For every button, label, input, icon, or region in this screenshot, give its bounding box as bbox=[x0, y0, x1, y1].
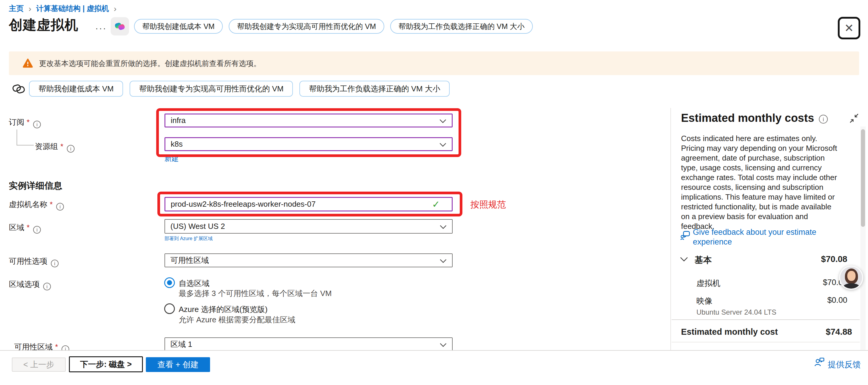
cost-panel-divider bbox=[672, 319, 860, 320]
required-asterisk: * bbox=[60, 142, 63, 151]
create-new-resource-group-link[interactable]: 新建 bbox=[164, 154, 179, 163]
next-disks-button[interactable]: 下一步: 磁盘 > bbox=[69, 356, 143, 372]
required-asterisk: * bbox=[27, 118, 30, 127]
estimate-feedback-link[interactable]: Give feedback about your estimate experi… bbox=[693, 227, 835, 247]
edge-zone-link[interactable]: 部署到 Azure 扩展区域 bbox=[164, 236, 213, 242]
scrollbar-thumb[interactable] bbox=[861, 129, 865, 227]
provide-feedback-icon bbox=[813, 357, 826, 368]
panel-divider bbox=[671, 108, 671, 350]
chevron-down-icon bbox=[440, 340, 447, 349]
suggestion-low-cost-vm-2[interactable]: 帮助我创建低成本 VM bbox=[29, 81, 123, 97]
previous-button[interactable]: < 上一步 bbox=[12, 357, 66, 372]
zone-option2-desc: 允许 Azure 根据需要分配最佳区域 bbox=[179, 315, 295, 325]
breadcrumb-section-link[interactable]: 计算基础结构 | 虚拟机 bbox=[36, 4, 109, 12]
chevron-down-icon bbox=[439, 139, 446, 149]
cost-panel-bottom-divider bbox=[672, 342, 860, 343]
radio-azure-selected-zones[interactable] bbox=[164, 303, 175, 314]
required-asterisk: * bbox=[27, 223, 30, 232]
chevron-down-icon bbox=[440, 256, 447, 265]
vm-name-label: 虚拟机名称*i bbox=[9, 199, 64, 211]
info-icon[interactable]: i bbox=[33, 226, 41, 234]
availability-zone-dropdown[interactable]: 区域 1 bbox=[164, 338, 453, 351]
region-label: 区域*i bbox=[9, 222, 41, 234]
cost-panel-description: Costs indicated here are estimates only.… bbox=[681, 134, 837, 231]
breadcrumb: 主页 › 计算基础结构 | 虚拟机 › bbox=[9, 4, 120, 13]
chevron-down-icon bbox=[440, 222, 447, 231]
radio-self-selected-zones[interactable] bbox=[164, 277, 175, 288]
chevron-right-icon: › bbox=[28, 4, 31, 13]
cost-panel-header: Estimated monthly costs i bbox=[681, 112, 828, 125]
region-dropdown[interactable]: (US) West US 2 bbox=[164, 219, 453, 234]
chevron-down-icon bbox=[439, 116, 446, 125]
region-value: (US) West US 2 bbox=[170, 222, 225, 231]
tree-connector-line bbox=[17, 130, 34, 146]
copilot-icon bbox=[114, 21, 126, 32]
warning-icon bbox=[23, 58, 33, 68]
avatar-body bbox=[843, 283, 860, 290]
vm-name-value: prod-usw2-k8s-freeleaps-worker-nodes-07 bbox=[171, 200, 316, 209]
info-icon[interactable]: i bbox=[819, 115, 828, 124]
annotation-note: 按照规范 bbox=[470, 199, 506, 211]
required-asterisk: * bbox=[50, 200, 53, 209]
presenter-avatar bbox=[839, 265, 863, 290]
cost-item-vm-name: 虚拟机 bbox=[696, 278, 720, 289]
copilot-button[interactable] bbox=[111, 17, 129, 35]
availability-options-dropdown[interactable]: 可用性区域 bbox=[164, 253, 453, 267]
resource-group-label: 资源组*i bbox=[35, 141, 74, 153]
page-title: 创建虚拟机 bbox=[9, 16, 79, 34]
availability-options-label: 可用性选项i bbox=[9, 256, 59, 267]
review-create-button[interactable]: 查看 + 创建 bbox=[146, 357, 210, 372]
total-cost-value: $74.88 bbox=[775, 327, 852, 337]
avatar-face bbox=[847, 271, 856, 281]
provide-feedback-link[interactable]: 提供反馈 bbox=[828, 359, 861, 370]
zone-option1-label[interactable]: 自选区域 bbox=[179, 278, 210, 289]
close-button[interactable]: ✕ bbox=[838, 17, 860, 39]
zone-option1-desc: 最多选择 3 个可用性区域，每个区域一台 VM bbox=[179, 288, 332, 299]
zone-option2-label[interactable]: Azure 选择的区域(预览版) bbox=[179, 304, 268, 315]
cost-item-image-sub: Ubuntu Server 24.04 LTS bbox=[696, 308, 776, 316]
close-icon: ✕ bbox=[844, 23, 854, 34]
subscription-dropdown[interactable]: infra bbox=[164, 114, 453, 127]
info-icon[interactable]: i bbox=[33, 121, 41, 128]
cost-group-name: 基本 bbox=[695, 254, 712, 266]
resource-group-dropdown[interactable]: k8s bbox=[164, 137, 453, 151]
warning-banner: 更改基本选项可能会重置所做的选择。创建虚拟机前查看所有选项。 bbox=[9, 52, 859, 75]
resource-group-value: k8s bbox=[171, 139, 183, 149]
suggestion-high-availability-vm[interactable]: 帮助我创建专为实现高可用性而优化的 VM bbox=[229, 19, 384, 34]
cost-group-value: $70.08 bbox=[769, 254, 847, 264]
total-cost-label: Estimated monthly cost bbox=[681, 327, 778, 337]
suggestion-right-vm-size-2[interactable]: 帮助我为工作负载选择正确的 VM 大小 bbox=[300, 81, 450, 97]
availability-zone-value: 区域 1 bbox=[170, 339, 192, 350]
cost-item-image-name: 映像 bbox=[696, 296, 712, 306]
breadcrumb-home-link[interactable]: 主页 bbox=[9, 4, 24, 12]
suggestion-high-availability-vm-2[interactable]: 帮助我创建专为实现高可用性而优化的 VM bbox=[130, 81, 293, 97]
info-icon[interactable]: i bbox=[43, 283, 51, 290]
vm-name-input[interactable]: prod-usw2-k8s-freeleaps-worker-nodes-07 … bbox=[164, 197, 453, 212]
info-icon[interactable]: i bbox=[51, 260, 59, 267]
suggestion-right-vm-size[interactable]: 帮助我为工作负载选择正确的 VM 大小 bbox=[390, 19, 533, 34]
cost-panel-title: Estimated monthly costs bbox=[681, 112, 814, 124]
feedback-bubbles-icon bbox=[680, 229, 691, 241]
copilot-outline-icon bbox=[11, 82, 26, 96]
footer-bar: < 上一步 下一步: 磁盘 > 查看 + 创建 提供反馈 bbox=[0, 350, 868, 385]
info-icon[interactable]: i bbox=[67, 145, 74, 153]
zone-options-label: 区域选项i bbox=[9, 279, 51, 290]
copilot-suggestion-pills: 帮助我创建低成本 VM 帮助我创建专为实现高可用性而优化的 VM 帮助我为工作负… bbox=[134, 19, 533, 34]
group-chevron-down-icon[interactable] bbox=[680, 257, 688, 262]
chevron-right-icon: › bbox=[114, 4, 117, 13]
subscription-label: 订阅*i bbox=[9, 117, 41, 128]
cost-item-image-value: $0.00 bbox=[769, 296, 847, 305]
valid-check-icon: ✓ bbox=[432, 199, 440, 210]
copilot-suggestion-buttons: 帮助我创建低成本 VM 帮助我创建专为实现高可用性而优化的 VM 帮助我为工作负… bbox=[29, 81, 450, 97]
cost-item-vm-value: $70.08 bbox=[769, 278, 847, 287]
info-icon[interactable]: i bbox=[56, 203, 64, 211]
availability-options-value: 可用性区域 bbox=[170, 255, 209, 265]
instance-details-heading: 实例详细信息 bbox=[9, 180, 62, 192]
warning-text: 更改基本选项可能会重置所做的选择。创建虚拟机前查看所有选项。 bbox=[39, 59, 261, 68]
subscription-value: infra bbox=[171, 116, 186, 125]
more-options-icon[interactable]: ··· bbox=[95, 23, 107, 33]
collapse-panel-icon[interactable] bbox=[848, 113, 860, 124]
suggestion-low-cost-vm[interactable]: 帮助我创建低成本 VM bbox=[134, 19, 223, 34]
